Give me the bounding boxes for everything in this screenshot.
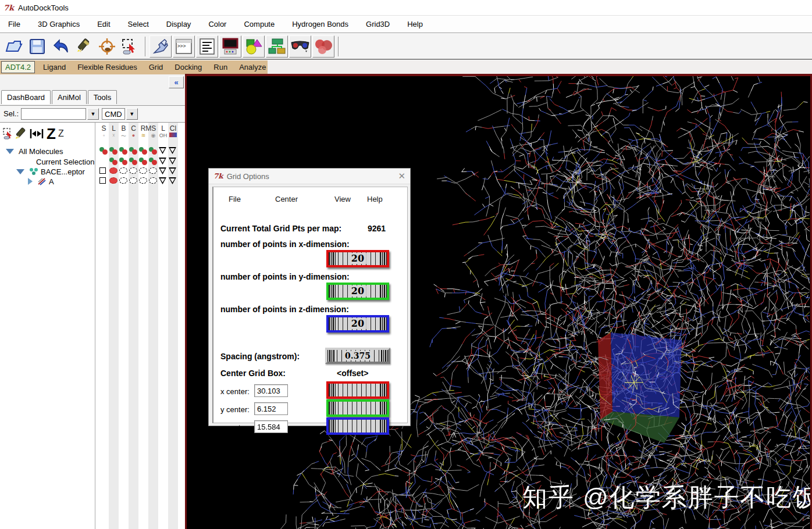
empty-indicator[interactable]: [139, 177, 147, 184]
tree-row[interactable]: All Molecules: [6, 146, 63, 156]
workflow-tab-ligand[interactable]: Ligand: [37, 61, 72, 73]
select-arrow-icon[interactable]: [2, 127, 14, 140]
tree-row[interactable]: Current Selection: [21, 156, 94, 167]
menu-item-3d-graphics[interactable]: 3D Graphics: [38, 20, 80, 28]
show-hide-indicator[interactable]: [149, 158, 158, 166]
sidebar-tab-tools[interactable]: Tools: [88, 90, 117, 104]
menu-item-hydrogen-bonds[interactable]: Hydrogen Bonds: [292, 20, 348, 28]
red-indicator[interactable]: [109, 167, 117, 174]
expand-option-icon[interactable]: [159, 177, 166, 184]
show-hide-indicator[interactable]: [129, 147, 138, 155]
workflow-tab-docking[interactable]: Docking: [169, 61, 208, 73]
workflow-tab-adt4-2[interactable]: ADT4.2: [1, 61, 35, 73]
points-y-thumbwheel[interactable]: 20: [326, 283, 389, 300]
empty-indicator[interactable]: [149, 177, 157, 184]
expand-arrow-icon[interactable]: [6, 149, 14, 154]
selection-dropdown-icon[interactable]: ▼: [87, 108, 99, 120]
show-hide-indicator[interactable]: [149, 147, 158, 155]
show-hide-indicator[interactable]: [109, 158, 118, 166]
empty-indicator[interactable]: [119, 177, 127, 184]
show-hide-indicator[interactable]: [99, 147, 108, 155]
expand-option-icon[interactable]: [169, 167, 176, 174]
spacing-thumbwheel[interactable]: 0.375: [325, 348, 390, 364]
pencil-icon[interactable]: [73, 35, 95, 58]
workflow-tab-grid[interactable]: Grid: [143, 61, 169, 73]
shell-icon[interactable]: >>>: [173, 35, 195, 58]
empty-indicator[interactable]: [139, 167, 147, 174]
dialog-menu-file[interactable]: File: [229, 195, 241, 203]
expand-option-icon[interactable]: [169, 158, 176, 165]
cmd-dropdown-icon[interactable]: ▼: [126, 108, 138, 120]
z-center-input[interactable]: [254, 420, 288, 433]
sidebar-tab-animol[interactable]: AniMol: [52, 90, 87, 104]
show-hide-indicator[interactable]: [119, 147, 128, 155]
screen-icon[interactable]: [219, 35, 241, 58]
points-x-thumbwheel[interactable]: 20: [326, 250, 389, 267]
expand-option-icon[interactable]: [159, 147, 166, 154]
save-icon[interactable]: [26, 35, 48, 58]
dialog-title-bar[interactable]: 7k Grid Options ✕: [209, 169, 410, 184]
show-hide-indicator[interactable]: [139, 158, 148, 166]
show-hide-indicator[interactable]: [129, 158, 138, 166]
workflow-tab-flexible-residues[interactable]: Flexible Residues: [72, 61, 143, 73]
menu-item-grid3d[interactable]: Grid3D: [366, 20, 390, 28]
points-z-thumbwheel[interactable]: 20: [326, 315, 389, 333]
show-hide-indicator[interactable]: [109, 147, 118, 155]
target-icon[interactable]: [96, 35, 118, 58]
pencil-icon[interactable]: [14, 127, 29, 140]
x-center-thumbwheel[interactable]: [326, 381, 389, 399]
menu-item-select[interactable]: Select: [128, 20, 149, 28]
empty-indicator[interactable]: [129, 167, 137, 174]
tree-row[interactable]: BACE...eptor: [16, 166, 85, 177]
menu-item-help[interactable]: Help: [407, 20, 423, 28]
dialog-menu-help[interactable]: Help: [367, 195, 383, 203]
expand-option-icon[interactable]: [169, 177, 176, 184]
workflow-tab-run[interactable]: Run: [208, 61, 233, 73]
square-indicator[interactable]: [99, 167, 106, 174]
show-hide-indicator[interactable]: [119, 158, 128, 166]
z-center-thumbwheel[interactable]: [326, 417, 389, 435]
square-indicator[interactable]: [99, 177, 106, 184]
expand-option-icon[interactable]: [159, 167, 166, 174]
rect-select-icon[interactable]: [119, 35, 141, 58]
column-header-l: L: [109, 124, 119, 133]
stereo-glasses-icon[interactable]: [289, 35, 311, 58]
fit-width-icon[interactable]: [29, 127, 44, 140]
grid-options-dialog[interactable]: 7k Grid Options ✕ FileCenterViewHelp Cur…: [208, 168, 411, 426]
y-center-thumbwheel[interactable]: [326, 399, 389, 417]
menu-item-edit[interactable]: Edit: [97, 20, 110, 28]
empty-indicator[interactable]: [149, 167, 157, 174]
zoom-small-icon[interactable]: Z: [58, 128, 64, 139]
x-center-input[interactable]: [254, 384, 288, 397]
menu-item-file[interactable]: File: [8, 20, 20, 28]
collapse-arrow-icon[interactable]: [28, 178, 33, 185]
selection-input[interactable]: [21, 108, 86, 120]
text-list-icon[interactable]: [196, 35, 218, 58]
show-hide-indicator[interactable]: [139, 147, 148, 155]
tree-row[interactable]: A: [28, 176, 54, 187]
open-folder-icon[interactable]: [3, 35, 25, 58]
collapse-panel-button[interactable]: «: [169, 76, 184, 88]
spheres-icon[interactable]: [312, 35, 334, 58]
y-center-input[interactable]: [254, 402, 288, 415]
empty-indicator[interactable]: [129, 177, 137, 184]
dialog-menu-view[interactable]: View: [334, 195, 351, 203]
shapes-3d-icon[interactable]: [243, 35, 265, 58]
cmd-box[interactable]: CMD: [102, 108, 125, 120]
menu-item-display[interactable]: Display: [166, 20, 191, 28]
sidebar-tab-dashboard[interactable]: DashBoard: [1, 90, 51, 104]
dialog-menu-center[interactable]: Center: [275, 195, 298, 203]
red-indicator[interactable]: [109, 177, 117, 184]
menu-item-color[interactable]: Color: [208, 20, 226, 28]
zoom-big-icon[interactable]: Z: [47, 125, 56, 143]
expand-option-icon[interactable]: [159, 158, 166, 165]
expand-arrow-icon[interactable]: [16, 169, 24, 174]
flowchart-icon[interactable]: [266, 35, 288, 58]
empty-indicator[interactable]: [119, 167, 127, 174]
close-icon[interactable]: ✕: [398, 171, 405, 181]
hand-pointer-icon[interactable]: [149, 35, 172, 58]
menu-item-compute[interactable]: Compute: [244, 20, 275, 28]
expand-option-icon[interactable]: [169, 147, 176, 154]
undo-icon[interactable]: [49, 35, 72, 58]
workflow-tab-analyze[interactable]: Analyze: [233, 61, 272, 73]
